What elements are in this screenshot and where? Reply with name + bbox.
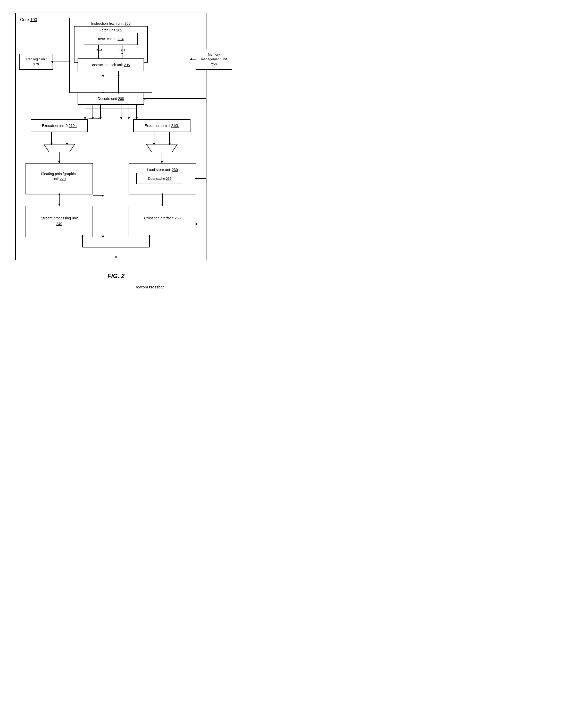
exec-unit-1-label: Execution unit 1 210b xyxy=(145,124,179,128)
exec-unit-0-label: Execution unit 0 210a xyxy=(42,124,77,128)
core-label: Core 100 xyxy=(20,17,37,22)
fig-caption: FIG. 2 xyxy=(108,272,125,279)
mmu-ref: 250 xyxy=(211,62,217,66)
decode-unit-label: Decode unit 208 xyxy=(98,97,124,101)
trap-unit-label: Trap logic unit xyxy=(26,57,47,61)
svg-marker-41 xyxy=(147,144,177,152)
spu-label: Stream processing unit xyxy=(41,216,78,220)
fetch-unit-label: Fetch unit 202 xyxy=(99,28,122,32)
svg-rect-76 xyxy=(19,54,53,70)
mmu-label2: management unit xyxy=(201,57,227,61)
pick-unit-label: Instruction pick unit 206 xyxy=(92,63,130,67)
fp-unit-label2: unit 220 xyxy=(53,177,66,181)
spu-ref: 240 xyxy=(56,222,63,226)
diagram-area: Core 100 Instruction fetch unit 200 Fetc… xyxy=(5,5,227,289)
svg-rect-66 xyxy=(129,206,196,237)
fp-unit-label: Floating point/graphics xyxy=(41,172,78,176)
svg-rect-65 xyxy=(26,206,93,237)
svg-marker-40 xyxy=(44,144,75,152)
data-cache-label: Data cache 235 xyxy=(148,177,171,181)
architecture-diagram: Core 100 Instruction fetch unit 200 Fetc… xyxy=(5,5,232,288)
ifu-title: Instruction fetch unit 200 xyxy=(91,21,131,26)
trap-unit-ref: 270 xyxy=(33,62,39,66)
mmu-label: Memory xyxy=(208,52,220,56)
instr-cache-label: Instr. cache 204 xyxy=(98,37,124,41)
page: Core 100 Instruction fetch unit 200 Fetc… xyxy=(5,5,227,289)
lsu-label: Load store unit 230 xyxy=(147,168,178,172)
crossbar-label: Crossbar interface 260 xyxy=(144,216,181,220)
